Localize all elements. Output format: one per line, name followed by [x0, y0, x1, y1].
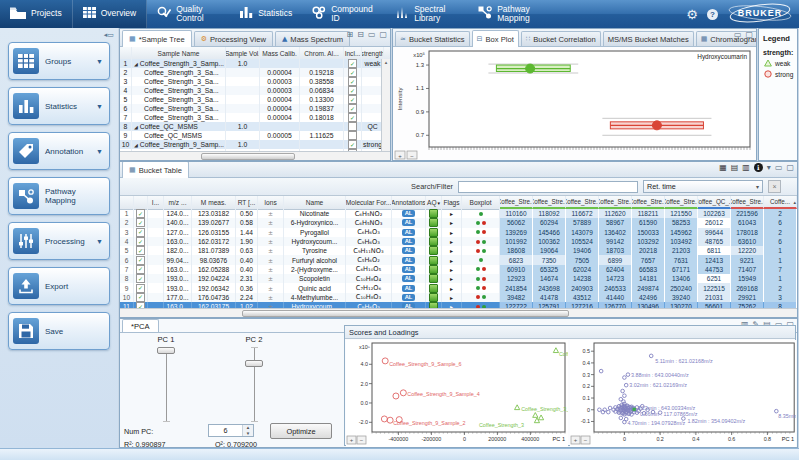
sample-tree-row[interactable]: 8◢Coffee_QC_MSMS1.0QC — [120, 122, 382, 131]
annotation-al-badge[interactable]: AL — [402, 266, 416, 273]
include-checkbox[interactable]: ✓ — [136, 228, 145, 237]
include-checkbox[interactable]: ✓ — [136, 246, 145, 255]
detail-view-icon[interactable]: ▥ — [742, 164, 750, 172]
settings-gear-icon[interactable]: ⚙ — [686, 7, 698, 22]
sidebar-item-export[interactable]: Export — [8, 267, 110, 305]
sidebar-collapse-icon[interactable]: ◂▭ — [104, 31, 114, 39]
column-header[interactable]: I... — [148, 196, 164, 209]
pc1-slider[interactable] — [166, 347, 167, 422]
include-checkbox[interactable]: ✓ — [348, 104, 357, 113]
column-header[interactable]: AQ▾ — [426, 196, 442, 209]
column-header-sample[interactable]: Coffee_QC_... — [698, 196, 731, 209]
include-checkbox[interactable]: ✓ — [136, 293, 145, 302]
annotation-al-badge[interactable]: AL — [402, 285, 416, 292]
include-checkbox[interactable]: ✓ — [348, 68, 357, 77]
include-checkbox[interactable] — [348, 122, 357, 131]
sidebar-item-processing[interactable]: Processing▼ — [8, 222, 110, 260]
maximize-icon[interactable]: ▢ — [745, 31, 753, 39]
num-pc-spinner[interactable]: 6 ▲▼ — [208, 424, 254, 437]
column-header-sample[interactable]: Coffee_Stre... — [500, 196, 533, 209]
optimize-button[interactable]: Optimize — [270, 423, 332, 439]
include-checkbox[interactable] — [348, 131, 357, 140]
column-header[interactable]: Boxplot — [462, 196, 500, 209]
sample-tree-row[interactable]: 2Coffee_Strength_3_Sa...0.000040.19218✓ — [120, 68, 382, 77]
sample-tree-hscrollbar[interactable] — [120, 151, 390, 160]
column-header-sample[interactable]: Coffee_Stre... — [566, 196, 599, 209]
tree-expander-icon[interactable]: ◢ — [134, 142, 138, 148]
pc2-slider-handle[interactable] — [245, 360, 263, 367]
column-header[interactable] — [134, 196, 148, 209]
topbar-item-pathway-mapping[interactable]: Pathway Mapping — [468, 0, 551, 28]
tree-expander-icon[interactable]: ◢ — [134, 61, 138, 67]
include-checkbox[interactable]: ✓ — [348, 77, 357, 86]
topbar-item-overview[interactable]: Overview — [73, 0, 147, 28]
tab-bucket-statistics[interactable]: ≈Bucket Statistics — [395, 31, 470, 46]
sidebar-item-groups[interactable]: Groups▼ — [8, 42, 110, 80]
column-header[interactable]: Ions — [258, 196, 284, 209]
header-scroll-up-icon[interactable]: ▴ — [793, 199, 796, 205]
table-view-icon[interactable]: ▦ — [719, 164, 727, 172]
include-checkbox[interactable]: ✓ — [136, 274, 145, 283]
bucket-row[interactable]: 7✓163.0...162.052880.40±2-(Hydroxyme...C… — [120, 265, 797, 274]
annotation-al-badge[interactable]: AL — [402, 257, 416, 264]
sidebar-item-statistics[interactable]: Statistics▼ — [8, 87, 110, 125]
annotation-al-badge[interactable]: AL — [402, 294, 416, 301]
column-header[interactable]: Molecular For... — [346, 196, 392, 209]
minimize-icon[interactable]: ▭ — [734, 31, 742, 39]
spinner-down-icon[interactable]: ▼ — [243, 431, 253, 437]
bucket-row[interactable]: 3✓127.0...126.031551.44±PyrogallolC₆H₆O₃… — [120, 228, 797, 237]
tab-mass-spectrum[interactable]: ▲Mass Spectrum — [275, 31, 350, 46]
scores-plot[interactable]: 4.02.00.0-2.0-400000-2000000200000400000… — [346, 340, 568, 448]
topbar-item-quality-control[interactable]: Quality Control — [147, 0, 230, 28]
column-header-sample[interactable]: Coffee_Stre... — [533, 196, 566, 209]
sample-tree-vscrollbar[interactable]: ▴ — [381, 59, 390, 152]
column-header[interactable] — [120, 196, 134, 209]
column-header-sample[interactable]: Coffe... — [764, 196, 797, 209]
sample-tree-row[interactable]: 9Coffee_QC_MSMS0.000051.11625 — [120, 131, 382, 140]
chevron-down-icon[interactable]: ▾ — [767, 164, 771, 172]
column-header-sample[interactable]: Coffee_Stre... — [731, 196, 764, 209]
loadings-plot[interactable]: 0.50.40.30.20.10-0.100.20.40.60.8PC 15.1… — [570, 340, 796, 448]
bucket-row[interactable]: 5✓182.0...181.073890.63±TyrosineC₉H₁₁NO₃… — [120, 246, 797, 255]
pc2-slider[interactable] — [254, 347, 255, 422]
include-checkbox[interactable]: ✓ — [348, 95, 357, 104]
sort-dropdown[interactable]: Ret. time ▾ — [643, 180, 763, 193]
help-icon[interactable]: ? — [707, 9, 718, 20]
tab-pca[interactable]: *PCA — [122, 319, 159, 333]
sample-tree-row[interactable]: 7Coffee_Strength_3_Sa...0.000040.18018✓ — [120, 113, 382, 122]
tab-processing-view[interactable]: ⚙Processing View — [194, 31, 273, 46]
compact-view-icon[interactable]: ▤ — [731, 164, 739, 172]
tab-box-plot[interactable]: ⊟Box Plot — [472, 30, 519, 47]
tree-expander-icon[interactable]: ◢ — [134, 124, 138, 130]
column-header[interactable]: Name — [284, 196, 346, 209]
search-filter-input[interactable] — [458, 181, 638, 193]
bucket-row[interactable]: 10✓177.0...176.047362.24±4-Methylumbe...… — [120, 293, 797, 302]
bucket-row[interactable]: 4✓163.0...162.031721.90±Hydroxycoum...C₉… — [120, 237, 797, 246]
column-header[interactable]: Flags — [442, 196, 462, 209]
sample-tree-row[interactable]: 1◢Coffee_Strength_3_Samp...1.0✓weak — [120, 59, 382, 68]
include-checkbox[interactable]: ✓ — [136, 284, 145, 293]
sample-tree-row[interactable]: 10◢Coffee_Strength_9_Samp...1.0✓strong — [120, 140, 382, 149]
filter-caret-icon[interactable]: ▾ — [438, 200, 441, 206]
include-checkbox[interactable]: ✓ — [348, 113, 357, 122]
annotation-al-badge[interactable]: AL — [402, 238, 416, 245]
include-checkbox[interactable]: ✓ — [348, 59, 357, 68]
tab-sample-tree[interactable]: ▦*Sample Tree — [122, 30, 192, 47]
sidebar-item-annotation[interactable]: Annotation▼ — [8, 132, 110, 170]
topbar-item-statistics[interactable]: Statistics — [230, 0, 302, 28]
bucket-row[interactable]: 6✓99.04...98.036760.40±Furfuryl alcoholC… — [120, 255, 797, 264]
bucket-row[interactable]: 2✓140.0...139.026770.58±6-Hydroxynico...… — [120, 218, 797, 227]
include-checkbox[interactable]: ✓ — [136, 218, 145, 227]
column-header-sample[interactable]: Coffee_Stre... — [632, 196, 665, 209]
topbar-item-spectral-library[interactable]: Spectral Library — [385, 0, 468, 28]
sample-tree-row[interactable]: 3Coffee_Strength_3_Sa...0.000030.38558✓ — [120, 77, 382, 86]
include-checkbox[interactable]: ✓ — [136, 256, 145, 265]
minimize-icon[interactable]: ▭ — [368, 31, 376, 39]
tab-bucket-table[interactable]: ▦ Bucket Table — [122, 161, 189, 178]
include-checkbox[interactable]: ✓ — [136, 209, 145, 218]
sidebar-item-pathway-mapping[interactable]: Pathway Mapping — [8, 177, 110, 215]
pc1-slider-handle[interactable] — [157, 347, 175, 354]
sample-tree-row[interactable]: 4Coffee_Strength_3_Sa...0.000030.06834✓ — [120, 86, 382, 95]
collapse-all-icon[interactable]: ⊟ — [357, 31, 364, 39]
column-header-sample[interactable]: Coffee_Stre... — [599, 196, 632, 209]
